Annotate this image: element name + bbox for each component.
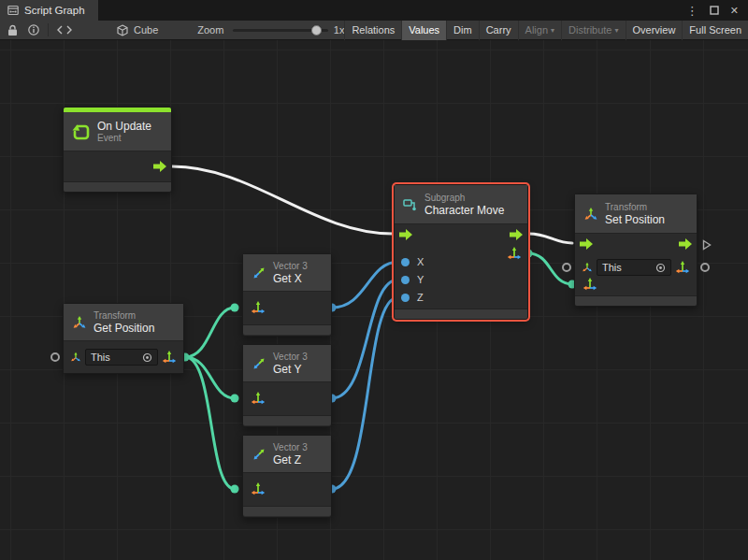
input-port-z[interactable] [401,294,410,302]
node-title: Get Z [273,453,308,467]
lock-icon[interactable] [7,24,18,36]
target-object-field[interactable]: This [85,349,158,366]
transform-icon [72,315,87,330]
dim-button[interactable]: Dim [446,21,479,40]
maximize-icon[interactable] [710,6,719,15]
control-output-port[interactable] [510,229,523,240]
toolbar-separator [48,23,49,36]
unconnected-output-port[interactable] [700,263,710,272]
port-label-y: Y [417,276,424,284]
node-type-label: Transform [605,202,665,213]
node-on-update[interactable]: On Update Event [63,107,172,193]
values-button[interactable]: Values [401,21,446,40]
vector3-icon [252,266,266,280]
tab-script-graph[interactable]: Script Graph [0,0,98,21]
node-get-position[interactable]: Transform Get Position This [63,303,184,374]
target-label: Cube [134,24,158,36]
distribute-button[interactable]: Distribute▾ [561,21,625,40]
control-output-port[interactable] [679,238,692,250]
transform-output-icon [675,260,690,275]
on-update-icon [72,122,91,141]
node-footer [64,181,171,192]
node-footer [243,506,331,516]
unconnected-control-port[interactable] [702,237,712,254]
input-port-y[interactable] [401,276,410,284]
zoom-slider-knob[interactable] [311,25,322,36]
control-output-port[interactable] [153,161,166,172]
transform-axis-icon [582,262,593,273]
node-character-move[interactable]: Subgraph Character Move X Y Z [394,184,528,320]
object-picker-icon[interactable] [142,352,152,363]
graph-toolbar: Cube Zoom 1x Relations Values Dim Carry … [0,21,748,40]
node-get-y[interactable]: Vector 3 Get Y [242,344,332,427]
node-title: On Update [97,120,151,133]
position-output-icon [162,350,177,365]
position-input-icon[interactable] [583,277,597,292]
chevron-down-icon: ▾ [615,26,619,35]
info-icon[interactable] [28,24,39,36]
vector3-icon [252,447,266,462]
port-row-x: X [401,258,424,266]
node-footer [243,324,331,335]
node-type-label: Subgraph [424,193,504,204]
node-type-label: Vector 3 [273,352,308,363]
control-input-port[interactable] [580,238,593,250]
node-set-position[interactable]: Transform Set Position This [574,194,698,307]
input-port-x[interactable] [401,258,410,266]
align-button[interactable]: Align▾ [518,21,561,40]
zoom-value: 1x [334,24,345,36]
chevron-down-icon: ▾ [551,26,554,35]
node-footer [243,415,331,425]
port-label-z: Z [417,294,424,302]
transform-axis-icon [70,352,81,363]
target-row: This [582,258,690,277]
target-object-field[interactable]: This [597,259,671,276]
overview-button[interactable]: Overview [626,21,683,40]
node-get-x[interactable]: Vector 3 Get X [242,253,332,337]
unconnected-input-port[interactable] [562,263,571,272]
node-title: Get Y [273,363,308,376]
kebab-menu-icon[interactable]: ⋮ [686,5,698,17]
node-title: Get Position [94,322,154,335]
node-title: Get X [273,272,308,285]
vector-input-icon [251,391,266,406]
transform-icon [583,207,598,222]
port-label-x: X [417,258,424,266]
vector-input-icon [251,300,266,315]
zoom-label: Zoom [197,24,223,36]
object-picker-icon[interactable] [655,263,666,273]
relations-button[interactable]: Relations [344,21,401,40]
tab-title: Script Graph [24,5,85,16]
toolbar-buttons: Relations Values Dim Carry Align▾ Distri… [344,21,748,40]
port-row-z: Z [401,294,424,302]
vector-output-icon[interactable] [507,246,522,261]
vector3-icon [252,356,266,371]
unconnected-input-port[interactable] [50,352,60,362]
code-preview-icon[interactable] [57,25,72,35]
tab-bar: Script Graph ⋮ ✕ [0,0,748,21]
subgraph-icon [403,197,418,212]
window-controls: ⋮ ✕ [686,0,748,21]
cube-icon [117,24,128,36]
full-screen-button[interactable]: Full Screen [682,21,748,40]
node-footer [575,295,697,306]
zoom-slider[interactable] [233,29,327,32]
node-type-label: Transform [94,310,154,322]
node-title: Set Position [605,213,665,226]
node-footer [395,309,527,319]
script-graph-window: On Update Event Transform Get Position T… [0,0,748,560]
control-input-port[interactable] [399,229,412,240]
node-get-z[interactable]: Vector 3 Get Z [242,435,332,518]
carry-button[interactable]: Carry [479,21,518,40]
vector-input-icon [251,481,266,496]
node-type-label: Event [97,133,151,144]
script-graph-icon [7,5,19,16]
field-value: This [91,352,110,363]
close-icon[interactable]: ✕ [730,6,739,16]
port-row-y: Y [401,276,424,284]
node-type-label: Vector 3 [273,261,308,272]
node-title: Character Move [424,204,504,217]
node-type-label: Vector 3 [273,442,308,453]
field-value: This [602,262,622,273]
